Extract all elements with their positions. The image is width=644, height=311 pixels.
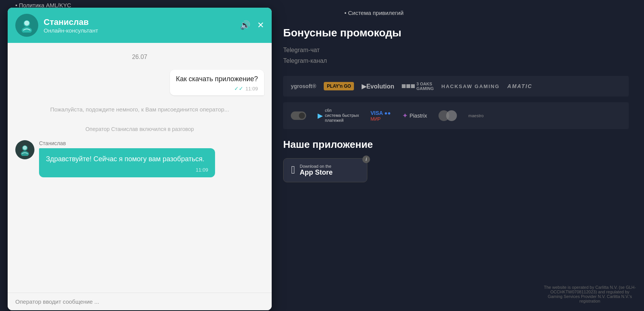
operator-message-text: Здравствуйте! Сейчас я помогу вам разобр…: [46, 154, 208, 164]
providers-row: ygrosoft® PLAY'n GO ▶Evolution 3 OAKSGAM…: [283, 76, 629, 97]
user-message-time: 11:09: [245, 86, 258, 92]
info-icon[interactable]: i: [362, 156, 370, 163]
our-app-title: Наше приложение: [283, 139, 629, 151]
operator-joined-message: Оператор Станислав включился в разговор: [15, 124, 264, 134]
user-message-bubble: Как скачать приложение? ✓✓ 11:09: [170, 70, 264, 95]
sbp-logo: ▶ с6п система быстрых платежей: [318, 108, 359, 123]
maestro-circle2: [446, 110, 457, 121]
visa-mir-logo: VISA ●● МИР: [370, 110, 391, 122]
visa-text: VISA ●●: [370, 110, 391, 116]
chat-operator-avatar: [15, 14, 38, 37]
chat-footer: Оператор вводит сообщение ...: [8, 293, 272, 310]
app-store-label: App Store: [300, 169, 333, 177]
system-wait-message: Пожалуйста, подождите немного, к Вам при…: [15, 101, 264, 118]
promo-title: Бонусные промокоды: [283, 27, 629, 39]
operator-sender-name: Станислав: [39, 140, 264, 146]
double-check-icon: ✓✓: [234, 85, 243, 92]
chat-operator-role: Онлайн-консультант: [44, 27, 235, 34]
operator-avatar-icon: [20, 18, 34, 33]
provider-play-n-go: PLAY'n GO: [324, 82, 354, 90]
chat-date-label: 26.07: [15, 54, 264, 61]
typing-indicator: Оператор вводит сообщение ...: [15, 298, 264, 305]
svg-point-5: [23, 146, 27, 150]
footer-text: The website is operated by Carlitta N.V.…: [536, 285, 644, 303]
operator-message-row: Станислав Здравствуйте! Сейчас я помогу …: [15, 140, 264, 177]
mir-text: МИР: [370, 116, 391, 122]
telegram-links: Telegram-чат Telegram-канал: [283, 47, 629, 64]
telegram-chat-link[interactable]: Telegram-чат: [283, 47, 629, 54]
provider-ygrosoft: ygrosoft®: [291, 83, 316, 89]
app-store-text: Download on the App Store: [300, 164, 333, 177]
three-oaks-label: 3 OAKSGAMING: [416, 82, 434, 91]
provider-three-oaks: 3 OAKSGAMING: [402, 82, 434, 91]
svg-point-2: [24, 21, 29, 26]
payment-row: ▶ с6п система быстрых платежей VISA ●● М…: [283, 102, 629, 129]
download-on-label: Download on the: [300, 164, 333, 169]
chat-body: 26.07 Как скачать приложение? ✓✓ 11:09 П…: [8, 43, 272, 293]
oak-sq3: [411, 84, 415, 88]
provider-amatic: AMATIC: [507, 83, 532, 89]
user-message-meta: ✓✓ 11:09: [176, 85, 258, 92]
telegram-channel-link[interactable]: Telegram-канал: [283, 57, 629, 64]
toggle-payment: [291, 111, 306, 120]
chat-header: Станислав Онлайн-консультант 🔊 ✕: [8, 8, 272, 43]
chat-header-icons: 🔊 ✕: [240, 20, 264, 30]
chat-operator-name: Станислав: [44, 17, 235, 27]
apple-icon: : [291, 164, 295, 176]
provider-evolution: ▶Evolution: [362, 83, 394, 90]
piastrix-label: Piastrix: [409, 113, 427, 119]
operator-small-avatar: [15, 140, 34, 159]
oak-sq1: [402, 84, 406, 88]
oak-sq2: [406, 84, 410, 88]
bg-right: • Система привилегий Бонусные промокоды …: [268, 0, 644, 311]
operator-message-time: 11:09: [46, 167, 208, 173]
operator-message-content: Станислав Здравствуйте! Сейчас я помогу …: [39, 140, 264, 177]
sbp-arrow-icon: ▶: [318, 111, 323, 120]
maestro-label: maestro: [468, 113, 484, 118]
chat-widget: Станислав Онлайн-консультант 🔊 ✕ 26.07 К…: [8, 8, 272, 310]
svg-point-1: [22, 27, 32, 33]
close-chat-icon[interactable]: ✕: [257, 20, 264, 30]
operator-small-avatar-icon: [19, 144, 31, 156]
piastrix-logo: ✦ Piastrix: [402, 111, 427, 120]
sound-icon[interactable]: 🔊: [240, 20, 250, 30]
user-message-text: Как скачать приложение?: [176, 75, 258, 83]
maestro-logo: [439, 110, 457, 121]
sbp-text: с6п система быстрых платежей: [325, 108, 359, 123]
operator-message-bubble: Здравствуйте! Сейчас я помогу вам разобр…: [39, 148, 215, 177]
chat-header-info: Станислав Онлайн-консультант: [44, 17, 235, 34]
app-store-button[interactable]:  Download on the App Store i: [283, 158, 367, 182]
piastrix-icon: ✦: [402, 111, 408, 120]
sistema-priv-text: • Система привилегий: [344, 10, 404, 16]
provider-hacksaw: HACKSAW GAMING: [442, 83, 500, 89]
